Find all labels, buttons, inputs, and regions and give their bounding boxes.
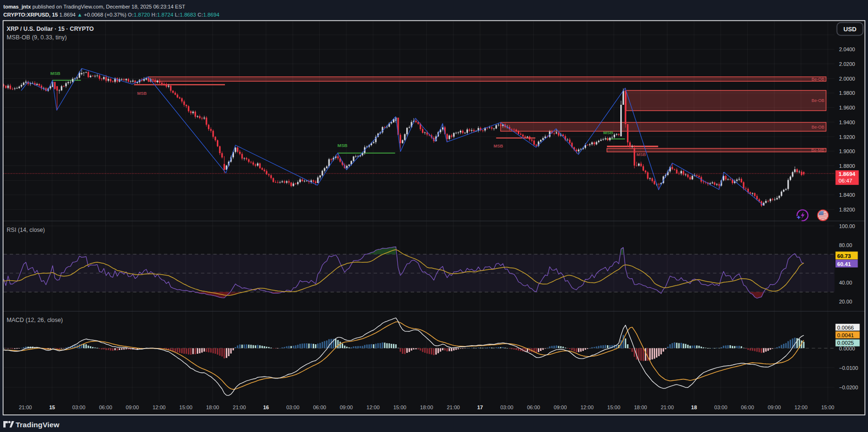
svg-text:09:00: 09:00 xyxy=(126,404,139,410)
svg-text:MSB: MSB xyxy=(137,91,147,96)
svg-text:15:00: 15:00 xyxy=(821,404,834,410)
svg-text:2.0000: 2.0000 xyxy=(839,76,855,82)
svg-text:17: 17 xyxy=(477,404,483,410)
svg-text:USD: USD xyxy=(843,26,856,33)
svg-text:16: 16 xyxy=(263,404,269,410)
svg-text:2.0200: 2.0200 xyxy=(839,61,855,67)
svg-text:21:00: 21:00 xyxy=(19,404,32,410)
svg-text:2.0400: 2.0400 xyxy=(839,46,855,52)
svg-text:1.8400: 1.8400 xyxy=(839,192,855,198)
svg-text:1.9400: 1.9400 xyxy=(839,119,855,125)
svg-text:12:00: 12:00 xyxy=(152,404,166,410)
svg-text:03:00: 03:00 xyxy=(72,404,85,410)
svg-text:MSB-OB (9, 0.33, tiny): MSB-OB (9, 0.33, tiny) xyxy=(7,34,67,41)
svg-text:06:00: 06:00 xyxy=(527,404,540,410)
svg-text:Be-OB: Be-OB xyxy=(812,77,824,82)
svg-text:CRYPTO:XRPUSD, 15 1.8694 ▲ +0.: CRYPTO:XRPUSD, 15 1.8694 ▲ +0.0068 (+0.3… xyxy=(3,12,219,18)
svg-text:21:00: 21:00 xyxy=(661,404,674,410)
svg-text:0.0041: 0.0041 xyxy=(837,332,854,338)
svg-text:12:00: 12:00 xyxy=(366,404,380,410)
svg-text:−0.0200: −0.0200 xyxy=(839,385,858,390)
svg-text:1.8200: 1.8200 xyxy=(839,207,855,212)
svg-text:18: 18 xyxy=(691,404,697,410)
svg-text:100.00: 100.00 xyxy=(839,223,855,229)
svg-text:1.9600: 1.9600 xyxy=(839,105,855,110)
svg-text:15:00: 15:00 xyxy=(179,404,193,410)
svg-text:09:00: 09:00 xyxy=(340,404,353,410)
svg-text:0.0025: 0.0025 xyxy=(837,340,854,346)
svg-text:1.8800: 1.8800 xyxy=(839,163,855,169)
svg-text:06:00: 06:00 xyxy=(99,404,112,410)
svg-text:15:00: 15:00 xyxy=(607,404,621,410)
svg-text:18:00: 18:00 xyxy=(420,404,433,410)
svg-text:80.00: 80.00 xyxy=(839,242,852,248)
svg-text:Be-MB: Be-MB xyxy=(811,148,824,153)
svg-text:06:47: 06:47 xyxy=(839,178,852,184)
svg-text:06:00: 06:00 xyxy=(313,404,327,410)
svg-text:−0.0100: −0.0100 xyxy=(839,365,858,371)
svg-text:MSB: MSB xyxy=(603,130,613,135)
svg-text:1.8694: 1.8694 xyxy=(839,171,856,177)
svg-text:09:00: 09:00 xyxy=(554,404,567,410)
svg-text:Be-OB: Be-OB xyxy=(812,98,824,103)
svg-text:03:00: 03:00 xyxy=(714,404,728,410)
svg-text:20.00: 20.00 xyxy=(839,299,852,304)
svg-text:15:00: 15:00 xyxy=(393,404,407,410)
svg-text:MSB: MSB xyxy=(337,143,347,148)
svg-text:TradingView: TradingView xyxy=(16,421,60,429)
svg-text:15: 15 xyxy=(49,404,55,410)
svg-text:21:00: 21:00 xyxy=(233,404,246,410)
svg-text:1.9800: 1.9800 xyxy=(839,90,855,96)
svg-text:1.9200: 1.9200 xyxy=(839,134,855,140)
svg-text:03:00: 03:00 xyxy=(286,404,299,410)
svg-text:09:00: 09:00 xyxy=(768,404,781,410)
svg-text:MACD (12, 26, close): MACD (12, 26, close) xyxy=(7,317,63,323)
svg-text:18:00: 18:00 xyxy=(206,404,219,410)
svg-text:MSB: MSB xyxy=(50,71,60,76)
svg-text:XRP / U.S. Dollar · 15 · CRYPT: XRP / U.S. Dollar · 15 · CRYPTO xyxy=(7,26,94,32)
svg-text:40.00: 40.00 xyxy=(839,280,852,285)
svg-text:18:00: 18:00 xyxy=(634,404,647,410)
svg-text:1.9000: 1.9000 xyxy=(839,148,855,154)
svg-text:03:00: 03:00 xyxy=(500,404,513,410)
svg-text:RSI (14, close): RSI (14, close) xyxy=(7,227,45,233)
svg-text:60.73: 60.73 xyxy=(837,253,851,259)
svg-text:Be-OB: Be-OB xyxy=(812,125,824,129)
svg-text:06:00: 06:00 xyxy=(741,404,754,410)
svg-text:60.41: 60.41 xyxy=(837,261,851,267)
svg-text:21:00: 21:00 xyxy=(447,404,460,410)
svg-text:MSB: MSB xyxy=(494,144,504,148)
svg-text:0.0066: 0.0066 xyxy=(837,325,854,331)
svg-text:12:00: 12:00 xyxy=(580,404,594,410)
svg-text:MSB: MSB xyxy=(636,152,646,157)
svg-text:tomas_jntx published on Tradin: tomas_jntx published on TradingView.com,… xyxy=(3,4,185,9)
svg-text:12:00: 12:00 xyxy=(794,404,808,410)
